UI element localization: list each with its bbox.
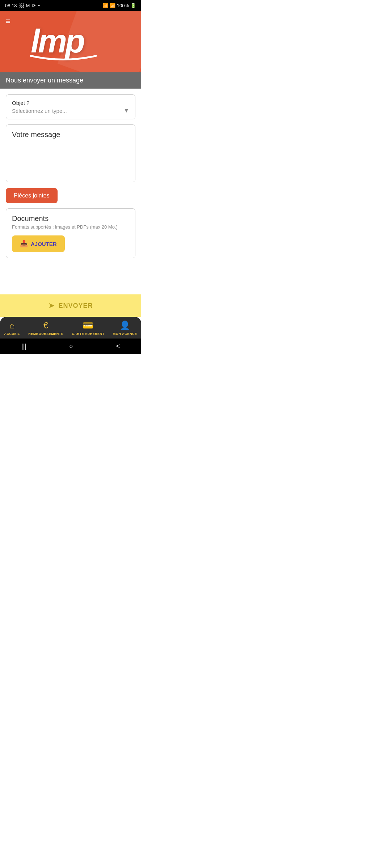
remboursements-label: REMBOURSEMENTS [28,332,63,336]
logo-text: lmp [27,16,100,67]
accueil-icon: ⌂ [9,320,15,331]
chevron-down-icon: ▼ [123,107,129,114]
section-title-bar: Nous envoyer un message [0,72,141,89]
envoyer-label: ENVOYER [58,302,93,310]
send-icon: ➤ [48,301,55,310]
ajouter-label: AJOUTER [31,241,57,247]
subject-label: Objet ? [12,100,129,106]
logo-area: lmp [27,16,100,67]
wifi-icon: 📶 [102,3,108,8]
carte-adherent-icon: 💳 [83,320,93,331]
sync-icon: ⟳ [32,3,36,8]
android-recent-button[interactable]: ||| [21,342,26,350]
select-row: Sélectionnez un type... ▼ [12,107,129,114]
dot-indicator: • [38,3,40,8]
nav-item-accueil[interactable]: ⌂ ACCUEIL [4,320,20,336]
signal-icon: 📶 [110,3,115,8]
battery-label: 100% [117,3,129,8]
pieces-jointes-button[interactable]: Pièces jointes [6,188,58,203]
svg-text:lmp: lmp [31,23,84,59]
battery-icon: 🔋 [130,3,136,8]
nav-item-carte-adherent[interactable]: 💳 CARTE ADHÉRENT [72,320,104,336]
spacer [6,265,135,294]
message-textarea[interactable]: Votre message [6,124,135,182]
accueil-label: ACCUEIL [4,332,20,336]
time: 08:18 [5,3,17,8]
documents-title: Documents [12,214,129,223]
documents-subtitle: Formats supportés : images et PDFs (max … [12,224,129,230]
mon-agence-label: MON AGENCE [113,332,137,336]
remboursements-icon: € [43,320,48,331]
nav-item-remboursements[interactable]: € REMBOURSEMENTS [28,320,63,336]
section-title: Nous envoyer un message [6,77,83,84]
photo-icon: 🖼 [19,3,24,8]
ajouter-button[interactable]: 📥 AJOUTER [12,235,65,252]
subject-select-box[interactable]: Objet ? Sélectionnez un type... ▼ [6,94,135,119]
header: ≡ lmp [0,11,141,72]
message-placeholder: Votre message [12,131,60,139]
carte-adherent-label: CARTE ADHÉRENT [72,332,104,336]
main-content: Objet ? Sélectionnez un type... ▼ Votre … [0,89,141,294]
bottom-nav: ⌂ ACCUEIL € REMBOURSEMENTS 💳 CARTE ADHÉR… [0,317,141,339]
android-back-button[interactable]: < [116,342,120,350]
status-left: 08:18 🖼 M ⟳ • [5,3,40,8]
status-bar: 08:18 🖼 M ⟳ • 📶 📶 100% 🔋 [0,0,141,11]
mail-icon: M [26,3,30,8]
subject-placeholder: Sélectionnez un type... [12,108,67,114]
ajouter-icon: 📥 [20,240,28,248]
mon-agence-icon: 👤 [119,320,130,331]
android-nav-bar: ||| ○ < [0,339,141,354]
status-right: 📶 📶 100% 🔋 [102,3,136,8]
envoyer-button[interactable]: ➤ ENVOYER [0,294,141,317]
nav-item-mon-agence[interactable]: 👤 MON AGENCE [113,320,137,336]
hamburger-menu-icon[interactable]: ≡ [6,17,10,26]
documents-card: Documents Formats supportés : images et … [6,208,135,258]
android-home-button[interactable]: ○ [69,342,73,350]
